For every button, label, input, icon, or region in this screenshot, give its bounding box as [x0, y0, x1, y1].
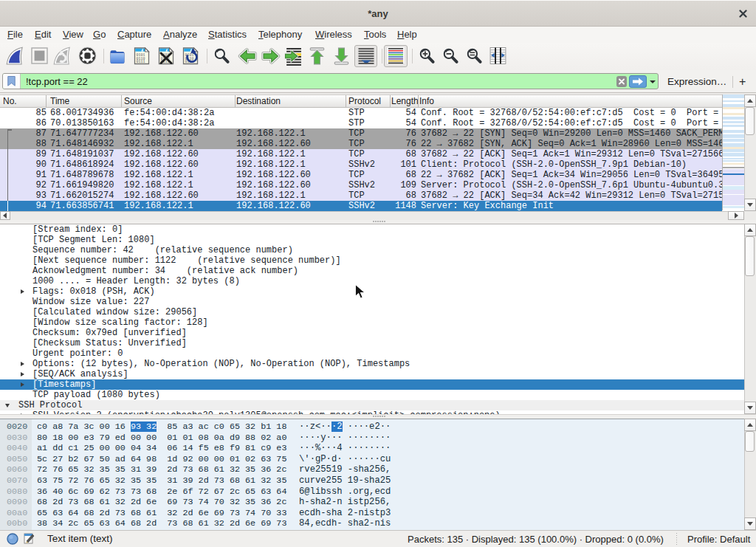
svg-text:0111: 0111: [137, 60, 145, 64]
